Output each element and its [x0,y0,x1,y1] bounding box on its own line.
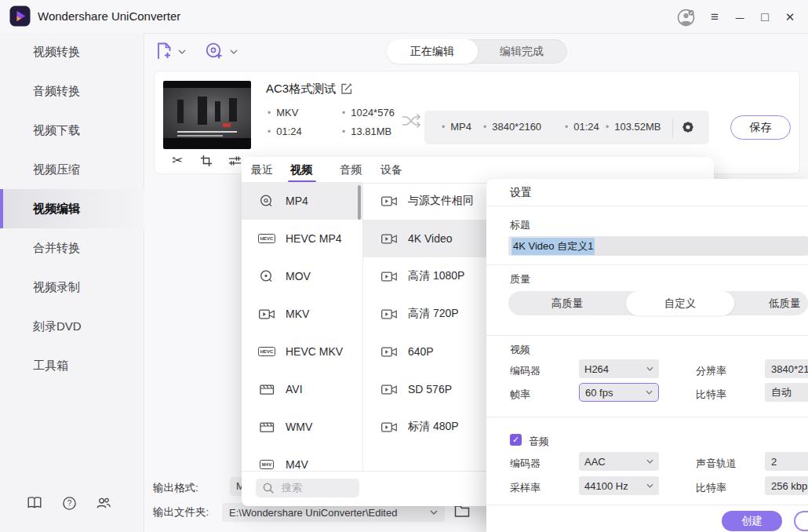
svg-text:?: ? [67,499,71,508]
sidebar-item-burn-dvd[interactable]: 刻录DVD [0,307,144,346]
audio-channels-label: 声音轨道 [696,457,737,471]
convert-shuffle-icon [401,113,421,129]
sidebar: 视频转换 音频转换 视频下载 视频压缩 视频编辑 合并转换 视频录制 刻录DVD… [0,33,144,532]
samplerate-select[interactable]: 44100 Hz [579,476,659,495]
format-list-scrollbar[interactable] [358,185,361,220]
format-item-hevc-mp4[interactable]: HEVC HEVC MP4 [242,220,362,257]
video-camera-icon [380,270,398,282]
app-logo-icon [9,5,31,27]
audio-encoder-select[interactable]: AAC [579,452,659,471]
preset-name-selected-text: 4K Video 自定义1 [511,238,595,255]
output-settings-chip[interactable]: MP4 3840*2160 01:24 103.52MB [424,111,709,144]
community-icon[interactable] [94,494,113,512]
clapperboard-icon [258,421,275,433]
create-button[interactable]: 创建 [722,511,782,531]
settings-gear-icon[interactable] [680,119,696,135]
audio-bitrate-label: 比特率 [696,481,726,495]
format-item-mkv[interactable]: MKV [242,295,362,333]
video-camera-icon [380,308,398,320]
search-input[interactable]: 搜索 [256,479,359,497]
hevc-badge-icon: HEVC [258,232,275,245]
crop-icon[interactable] [199,154,213,168]
save-button[interactable]: 保存 [730,115,791,140]
output-duration: 01:24 [565,121,599,133]
load-dvd-button[interactable] [204,41,224,61]
sidebar-item-toolbox[interactable]: 工具箱 [0,346,144,385]
sidebar-item-video-edit[interactable]: 视频编辑 [0,189,144,228]
video-camera-icon [380,421,398,433]
panel-divider [486,417,808,417]
open-folder-icon[interactable] [454,505,470,518]
panel-divider [486,505,808,505]
quality-low-option[interactable]: 低质量 [734,291,808,315]
format-item-hevc-mkv[interactable]: HEVC HEVC MKV [242,333,362,370]
minimize-button[interactable]: ─ [730,7,750,27]
sidebar-item-video-compress[interactable]: 视频压缩 [0,150,144,189]
cancel-button[interactable] [794,511,808,531]
popup-tab-video[interactable]: 视频 [290,157,312,183]
popup-tab-recent[interactable]: 最近 [251,157,273,183]
framerate-select[interactable]: 60 fps [579,383,659,402]
quality-label: 质量 [510,272,530,286]
account-avatar[interactable] [675,7,696,27]
audio-channels-select[interactable]: 2 [765,452,808,471]
output-folder-value: E:\Wondershare UniConverter\Edited [229,507,397,519]
format-item-avi[interactable]: AVI [242,370,362,408]
name-label: 标题 [510,218,530,232]
add-file-chevron-down-icon[interactable] [178,49,186,54]
format-item-m4v[interactable]: M4V M4V [242,446,362,483]
output-format-label: 输出格式: [153,481,198,495]
help-icon[interactable]: ? [60,494,78,512]
chevron-down-icon [646,459,653,464]
format-item-mp4[interactable]: MP4 [242,182,362,220]
m4v-badge-icon: M4V [258,458,275,471]
edit-status-tabs: 正在编辑 编辑完成 [387,39,567,64]
tab-editing[interactable]: 正在编辑 [387,39,478,64]
menu-icon[interactable]: ≡ [704,7,725,27]
video-resolution-select[interactable]: 3840*2160 [765,359,808,378]
preset-name-input[interactable]: 4K Video 自定义1 [508,236,808,256]
audio-bitrate-select[interactable]: 256 kbps [765,476,808,495]
guide-book-icon[interactable] [25,493,44,512]
video-encoder-select[interactable]: H264 [579,359,659,378]
video-camera-icon [380,195,398,207]
format-item-mov[interactable]: MOV [242,257,362,295]
sidebar-item-merge-convert[interactable]: 合并转换 [0,228,144,268]
maximize-button[interactable]: □ [755,7,775,27]
video-resolution-label: 分辨率 [696,364,726,378]
close-button[interactable]: ✕ [780,7,800,27]
source-resolution: 1024*576 [342,107,395,118]
file-title: AC3格式测试 [266,82,336,97]
effects-sliders-icon[interactable] [227,154,242,168]
audio-checkbox[interactable]: ✓ [510,434,522,446]
quality-high-option[interactable]: 高质量 [508,291,626,315]
output-size: 103.52MB [606,121,661,133]
disc-icon [258,195,275,207]
audio-section-label: 音频 [529,435,549,449]
trim-scissors-icon[interactable]: ✂ [170,153,184,167]
load-dvd-chevron-down-icon[interactable] [230,49,238,54]
video-camera-icon [380,345,398,358]
sidebar-item-video-convert[interactable]: 视频转换 [0,32,144,71]
source-duration: 01:24 [268,126,302,137]
search-icon [263,483,275,494]
sidebar-item-video-download[interactable]: 视频下载 [0,111,144,150]
sidebar-item-screen-record[interactable]: 视频录制 [0,268,144,307]
samplerate-label: 采样率 [510,481,540,495]
rename-edit-icon[interactable] [340,82,353,95]
output-resolution: 3840*2160 [483,121,541,133]
tab-edit-done[interactable]: 编辑完成 [477,40,566,63]
video-bitrate-select[interactable]: 自动 [765,383,808,402]
popup-tab-device[interactable]: 设备 [380,157,402,183]
add-file-button[interactable] [154,41,174,61]
video-section-label: 视频 [510,343,530,357]
video-camera-icon [380,232,398,245]
disc-dot-icon [258,270,275,282]
folder-chevron-down-icon [430,510,438,515]
sidebar-item-audio-convert[interactable]: 音频转换 [0,71,144,111]
output-folder-label: 输出文件夹: [153,505,209,519]
video-camera-icon [258,308,275,320]
quality-custom-option[interactable]: 自定义 [626,291,734,315]
popup-tab-audio[interactable]: 音频 [340,157,362,183]
format-item-wmv[interactable]: WMV [242,408,362,446]
